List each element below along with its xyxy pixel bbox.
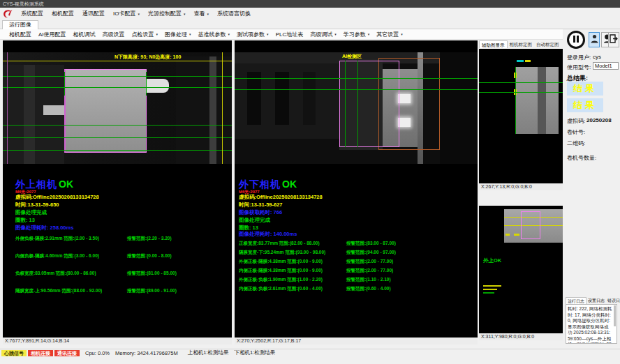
pause-button[interactable]	[567, 31, 585, 49]
thumbnail-view-1[interactable]: X:267;Y:13;R:0;G:0;B:0	[479, 49, 563, 190]
virtual-code-value: 20250208	[586, 117, 612, 123]
pixel-coordinate-status: X:267;Y:13;R:0;G:0;B:0	[479, 183, 563, 190]
measurement-row: 隔膜宽度-下:95.24mm 范围:(93.00 - 98.00) 报警范围:(…	[239, 250, 475, 256]
tool-test-item-params[interactable]: 测试项参数▾	[233, 31, 272, 38]
tool-label: 图像处理	[165, 31, 187, 38]
measurement-row: 负极宽度:83.05mm 范围:(80.00 - 86.00) 报警范围:(81…	[15, 271, 229, 277]
thumbnail-tab-strip: 辅助图显示 相机标定图 自动标定图	[479, 40, 563, 48]
machine-part	[538, 67, 546, 134]
menu-io-card-config[interactable]: IO卡配置▾	[109, 10, 144, 17]
cpu-usage: Cpu: 0.0%	[85, 350, 110, 356]
menu-light-control-config[interactable]: 光源控制配置▾	[144, 10, 190, 17]
tab-settings-log[interactable]: 设置日志	[586, 297, 606, 304]
memory-usage: Memory: 3424.41796875M	[115, 350, 178, 356]
acquire-time-line: 图像获取耗时: 766	[239, 209, 282, 216]
tool-label: 其它设置	[376, 31, 399, 38]
camera-result: OK	[282, 179, 297, 190]
guide-line	[3, 150, 232, 151]
pause-icon	[572, 33, 580, 46]
overlay-mark	[483, 292, 494, 294]
measurement-value: 隔膜宽度-上:90.56mm 范围:(88.00 - 92.00)	[15, 288, 102, 293]
tool-camera-debug[interactable]: 相机调试	[70, 31, 99, 38]
tool-camera-config[interactable]: 相机配置	[6, 31, 35, 38]
pixel-coordinate-status: X:270;Y:2502;R:17;G:17;B:17	[235, 338, 478, 344]
tab-error-log[interactable]: 错误日志	[606, 297, 620, 304]
measurement-value: 外侧负极-隔膜:2.91mm 范围:(2.00 - 3.50)	[15, 236, 99, 241]
process-time-line: 图像处理耗时: 140.00ms	[239, 231, 297, 238]
comm-connection-badge: 通讯连接	[54, 350, 80, 356]
tab-run-log[interactable]: 运行日志	[566, 297, 586, 304]
exit-door-icon	[610, 33, 618, 46]
edge-marker-line	[7, 52, 8, 164]
measurement-value: 内侧正极-隔膜:4.38mm 范围:(0.00 - 9.00)	[239, 268, 323, 273]
alarm-range: 报警范围:(2.20 - 3.20)	[127, 236, 172, 242]
ruler-label: N下限高度: 93; N0边高度: 100	[115, 54, 181, 61]
tool-image-processing[interactable]: 图像处理▾	[161, 31, 195, 38]
alarm-range: 报警范围:(2.00 - 77.00)	[346, 268, 393, 274]
guide-line	[3, 125, 232, 126]
process-time-line: 图像处理耗时: 258.00ms	[15, 225, 73, 232]
menu-label: 系统语言切换	[217, 10, 251, 17]
machine-part	[176, 56, 232, 164]
detection-box-pink	[339, 61, 399, 147]
alarm-range: 报警范围:(81.00 - 85.00)	[127, 271, 177, 277]
model-select[interactable]: Model1	[593, 62, 619, 70]
menu-label: 通讯配置	[82, 10, 105, 17]
menu-language-switch[interactable]: 系统语言切换	[213, 10, 255, 17]
measurement-row: 内侧负极-隔膜:4.60mm 范围:(3.00 - 6.00) 报警范围:(0.…	[15, 253, 229, 259]
measurement-row: 外侧正极-隔膜:4.38mm 范围:(0.00 - 9.00) 报警范围:(2.…	[239, 259, 475, 265]
tool-plc-address-table[interactable]: PLC地址表	[272, 31, 307, 38]
virtual-code-label: 虚拟码:	[567, 117, 585, 125]
exit-button[interactable]	[608, 32, 619, 47]
tool-advanced-settings[interactable]: 高级设置	[99, 31, 128, 38]
upper-camera-result: 上相机1:检测结果	[188, 349, 229, 356]
menu-comm-config[interactable]: 通讯配置	[78, 10, 109, 17]
alarm-range: 报警范围:(0.60 - 4.00)	[346, 286, 391, 292]
alarm-range: 报警范围:(1.10 - 2.10)	[346, 277, 391, 283]
tool-other-settings[interactable]: 其它设置▾	[373, 31, 406, 38]
battery-cell-region	[64, 69, 147, 153]
tab-aux-image[interactable]: 辅助图显示	[479, 40, 508, 48]
turns-line: 圈数: 13	[15, 217, 35, 224]
guide-line	[3, 76, 232, 77]
overlay-mark	[514, 234, 519, 236]
tool-baseline-params[interactable]: 基准线参数▾	[195, 31, 234, 38]
guide-line	[3, 87, 232, 88]
overlay-mark	[525, 60, 531, 62]
tab-camera-calibration[interactable]: 相机标定图	[508, 40, 535, 48]
overlay-mark	[483, 285, 501, 287]
tool-label: 相机配置	[9, 31, 31, 38]
tool-spot-check[interactable]: 点检设置▾	[128, 31, 162, 38]
menu-label: 光源控制配置	[148, 10, 182, 17]
window-title: CYS-视觉检测系统	[3, 1, 44, 6]
measurement-value: 负极宽度:83.05mm 范围:(80.00 - 86.00)	[15, 271, 96, 275]
separator-tab	[147, 79, 169, 93]
measurement-row: 外侧正极-负极:1.90mm 范围:(1.00 - 2.20) 报警范围:(1.…	[239, 277, 475, 283]
log-output[interactable]: 耗时: 222, 网络检测耗时: 17, 网络分类耗时: 0, 网络提取分区耗时…	[566, 304, 617, 344]
thumbnail-view-2[interactable]: 外上OK X:311;Y:980;R:0;G:0;B:0	[479, 206, 563, 340]
tool-ai-use-config[interactable]: AI使用配置	[35, 31, 70, 38]
machine-slot	[275, 72, 289, 125]
login-user-button[interactable]	[589, 32, 600, 47]
camera-result: OK	[59, 179, 73, 190]
menu-camera-config[interactable]: 相机配置	[47, 10, 78, 17]
tool-advanced-debug[interactable]: 高级调试▾	[307, 31, 340, 38]
app-window: CYS-视觉检测系统 系统配置 相机配置 通讯配置 IO卡配置▾ 光源控制配置▾…	[0, 0, 620, 364]
tab-run-image[interactable]: 运行图像	[2, 20, 38, 30]
menu-system-config[interactable]: 系统配置	[17, 10, 47, 17]
tool-learning-params[interactable]: 学习参数▾	[340, 31, 374, 38]
camera-view-upper-outer[interactable]: N下限高度: 93; N0边高度: 100 外上相机OK M6光:2077 虚拟…	[3, 40, 232, 344]
tab-auto-calibration[interactable]: 自动标定图	[534, 40, 561, 48]
menu-view[interactable]: 查看▾	[189, 10, 213, 17]
alarm-range: 报警范围:(0.00 - 8.00)	[127, 253, 172, 259]
guide-line	[235, 89, 478, 90]
camera-view-lower-outer[interactable]: AI检测区 外下相机OK M6光:2077 虚拟码:Offline2025020…	[235, 40, 478, 344]
camera-image-lower-outer: AI检测区	[235, 52, 478, 164]
camera-connection-badge: 相机连接	[28, 350, 53, 356]
log-scrollbar[interactable]	[614, 305, 616, 326]
chevron-down-icon: ▾	[228, 32, 230, 36]
process-done-line: 图像处理完成	[239, 217, 270, 224]
ai-region-label: AI检测区	[342, 53, 362, 60]
model-label: 使用型号:	[567, 63, 591, 71]
thumbnail-result-label: 外上OK	[483, 257, 501, 264]
